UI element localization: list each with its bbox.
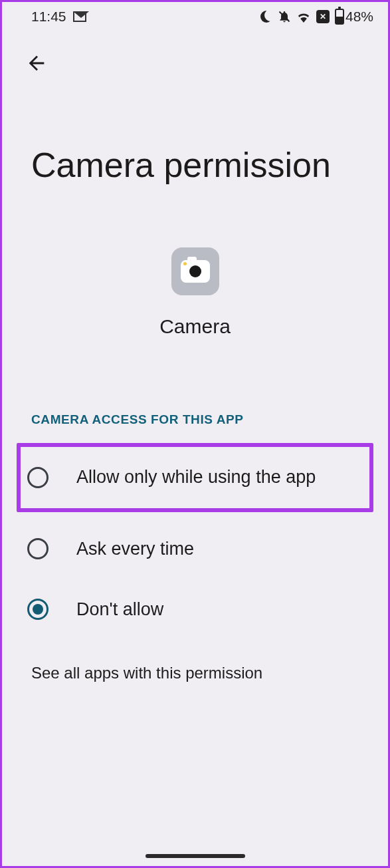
battery-icon (335, 9, 344, 25)
option-label: Don't allow (76, 598, 163, 621)
option-label: Allow only while using the app (76, 466, 316, 489)
page-title: Camera permission (2, 79, 388, 186)
close-square-icon: ✕ (316, 10, 330, 23)
status-time: 11:45 (31, 9, 66, 25)
nav-handle[interactable] (146, 854, 245, 858)
arrow-back-icon (25, 52, 48, 74)
dnd-moon-icon (260, 11, 272, 23)
camera-icon (181, 260, 210, 283)
app-icon (171, 247, 219, 295)
app-block: Camera (2, 247, 388, 338)
app-name: Camera (159, 315, 231, 338)
wifi-icon (296, 11, 311, 23)
radio-icon-selected (27, 599, 49, 620)
radio-icon (27, 538, 49, 559)
permission-options: Allow only while using the app Ask every… (2, 443, 388, 639)
status-bar: 11:45 ✕ 48% (2, 2, 388, 29)
option-allow-while-using[interactable]: Allow only while using the app (17, 443, 373, 511)
option-dont-allow[interactable]: Don't allow (21, 579, 369, 640)
see-all-apps-link[interactable]: See all apps with this permission (2, 644, 388, 702)
gmail-icon (73, 11, 86, 22)
option-label: Ask every time (76, 537, 194, 561)
section-header: CAMERA ACCESS FOR THIS APP (2, 412, 388, 427)
radio-icon (27, 467, 49, 488)
status-right: ✕ 48% (260, 9, 373, 25)
battery-percent: 48% (345, 9, 373, 25)
status-left: 11:45 (31, 9, 86, 25)
battery-indicator: 48% (335, 9, 373, 25)
mute-bell-icon (278, 10, 291, 23)
option-ask-every-time[interactable]: Ask every time (21, 519, 369, 579)
back-button[interactable] (21, 47, 52, 79)
